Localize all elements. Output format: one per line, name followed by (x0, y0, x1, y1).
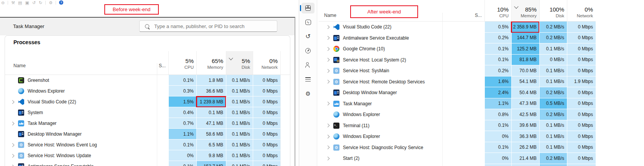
cpu-value: 0.1% (484, 55, 511, 66)
process-row[interactable]: Service Host: Windows Event Log0.1%6.5 M… (5, 139, 290, 150)
column-header-memory[interactable]: 65% Memory (196, 51, 226, 75)
expand-chevron-icon[interactable] (326, 102, 330, 106)
process-row[interactable]: Antimalware Service Executable0.2%144.7 … (319, 33, 596, 44)
process-row[interactable]: Greenshot0.1%1.8 MB0.1 MB/s0 Mbps (5, 75, 290, 86)
cpu-value: 0.1% (484, 142, 511, 153)
process-row[interactable]: System0.4%0.1 MB0.1 MB/s0 Mbps (5, 107, 290, 118)
help-icon[interactable]: ? (59, 0, 63, 5)
redo-icon[interactable]: ↻ (39, 0, 42, 5)
expand-chevron-icon[interactable] (326, 25, 330, 29)
process-name: Visual Studio Code (22) (28, 99, 76, 105)
process-row[interactable]: Terminal (11)0.1%39.6 MB0.1 MB/s0 Mbps (319, 120, 596, 131)
process-row[interactable]: Service Host: Remote Desktop Services1.6… (319, 76, 596, 88)
column-header-cpu[interactable]: 5% CPU (168, 51, 196, 75)
image-icon[interactable]: ▤ (18, 0, 22, 5)
expand-chevron-icon[interactable] (11, 154, 15, 158)
column-header-network[interactable]: 0% Network (567, 0, 596, 21)
process-row[interactable]: Windows Explorer0.3%36.6 MB0.1 MB/s0 Mbp… (5, 86, 290, 96)
expand-chevron-icon[interactable] (326, 36, 330, 40)
column-header-name[interactable]: Name (5, 63, 157, 75)
undo-icon[interactable]: ↺ (32, 0, 36, 5)
sidebar-item-users[interactable] (301, 60, 315, 70)
column-header-cpu[interactable]: 10% CPU (484, 0, 511, 21)
sidebar-item-app-history[interactable]: ↺ (301, 31, 315, 42)
expand-chevron-icon[interactable] (326, 124, 330, 128)
sidebar-item-startup-apps[interactable] (301, 45, 315, 56)
taskmgr-icon (333, 101, 339, 107)
filler-cell (280, 75, 290, 86)
memory-value: 2 358.9 MB (511, 22, 539, 33)
process-name: Service Host: SysMain (343, 68, 389, 73)
process-row[interactable]: Service Host: SysMain0.2%70.0 MB0.1 MB/s… (319, 65, 596, 76)
process-row[interactable]: Task Manager1.1%47.3 MB0.5 MB/s0 Mbps (319, 98, 596, 110)
expand-chevron-icon[interactable] (11, 143, 15, 147)
column-header-disk[interactable]: 100% Disk (539, 0, 567, 21)
process-row[interactable]: Desktop Window Manager2.4%50.4 MB0.2 MB/… (319, 87, 596, 98)
sidebar-item-processes[interactable] (301, 3, 315, 13)
process-row[interactable]: Desktop Window Manager1.1%58.6 MB0.1 MB/… (5, 129, 290, 139)
status-cell (157, 107, 168, 118)
column-header-memory[interactable]: 85% Memory (511, 0, 539, 21)
status-cell (442, 33, 484, 44)
process-name: Task Manager (343, 101, 372, 106)
expand-chevron-icon[interactable] (11, 100, 15, 104)
process-row[interactable]: Phone Link (2)0.1%20.8 MB0.2 MB/s0 Mbps (319, 164, 596, 166)
column-header-network[interactable]: 0% Network (253, 51, 280, 75)
search-input[interactable] (153, 23, 277, 30)
search-box[interactable] (139, 20, 277, 32)
copy-icon[interactable]: ▣ (25, 0, 29, 5)
process-row[interactable]: Task Manager0.7%47.1 MB0.1 MB/s0 Mbps (5, 118, 290, 129)
right-process-list: Visual Studio Code (22)0.5%2 358.9 MB0.2… (319, 22, 596, 166)
process-row[interactable]: Antimalware Service Executable0.1%152.7 … (5, 161, 290, 166)
expand-chevron-icon[interactable] (11, 164, 15, 166)
chrome-icon (333, 46, 339, 52)
process-row[interactable]: Windows Explorer0%36.3 MB0.1 MB/s0 Mbps (319, 131, 596, 142)
network-label: Network (577, 13, 593, 18)
expand-chevron-icon[interactable] (326, 69, 330, 73)
sidebar-item-services[interactable]: ⚙ (301, 88, 315, 99)
expand-chevron-icon[interactable] (326, 134, 330, 138)
sidebar-item-details[interactable] (301, 74, 315, 85)
memory-value: 47.3 MB (511, 98, 539, 110)
process-row[interactable]: Windows Explorer0.8%42.5 MB0.2 MB/s0 Mbp… (319, 109, 596, 120)
sidebar-item-performance[interactable]: ∿ (301, 17, 315, 28)
process-row[interactable]: Service Host: Local System (2)0.1%81.8 M… (319, 55, 596, 66)
expand-chevron-icon[interactable] (326, 146, 330, 149)
network-value: 0 Mbps (253, 96, 280, 107)
settings-icon[interactable]: ⚙ (49, 0, 53, 5)
toolbar-separator (8, 1, 8, 5)
process-name-cell: Windows Explorer (5, 86, 157, 96)
window-title: Task Manager (13, 23, 44, 29)
cpu-value: 0.7% (168, 118, 196, 129)
tools-icon[interactable]: ⚒ (11, 0, 15, 5)
toolbar-separator (56, 1, 56, 5)
expand-chevron-icon[interactable] (326, 47, 330, 51)
cpu-total-percent: 10% (497, 6, 509, 13)
expand-chevron-icon[interactable] (326, 80, 330, 84)
column-header-status[interactable]: S... (442, 13, 484, 21)
sidebar-rail: ∿↺⚙ (299, 0, 317, 166)
process-row[interactable]: Visual Studio Code (22)0.5%2 358.9 MB0.2… (319, 22, 596, 33)
expand-chevron-icon[interactable] (326, 58, 330, 62)
save-icon[interactable]: ⊖ (1, 0, 5, 5)
memory-value: 47.1 MB (196, 118, 226, 129)
status-cell (442, 43, 484, 55)
process-row[interactable]: Visual Studio Code (22)1.5%1 239.8 MB0.1… (5, 96, 290, 107)
process-row[interactable]: Service Host: Windows Update0%9.8 MB0.1 … (5, 150, 290, 161)
annotation-after-box: After week-end (350, 5, 418, 18)
process-name: Start (2) (343, 156, 359, 161)
column-header-disk[interactable]: 5% Disk (226, 51, 253, 75)
process-name-cell: Service Host: Remote Desktop Services (319, 76, 442, 88)
column-header-status[interactable]: S... (157, 63, 168, 75)
expand-chevron-icon[interactable] (326, 156, 330, 160)
expand-chevron-icon[interactable] (11, 121, 15, 125)
process-name-cell: Google Chrome (10) (319, 43, 442, 55)
disk-value: 0.1 MB/s (539, 65, 567, 76)
process-row[interactable]: Service Host: Diagnostic Policy Service0… (319, 142, 596, 153)
cpu-value: 0% (168, 150, 196, 161)
svchost-icon (333, 79, 339, 85)
process-row[interactable]: Google Chrome (10)0.1%125.2 MB0.1 MB/s0 … (319, 43, 596, 55)
process-row[interactable]: Start (2)0%21.4 MB0.2 MB/s0 Mbps (319, 153, 596, 164)
memory-value: 152.7 MB (196, 161, 226, 166)
sort-indicator-icon (514, 4, 518, 8)
